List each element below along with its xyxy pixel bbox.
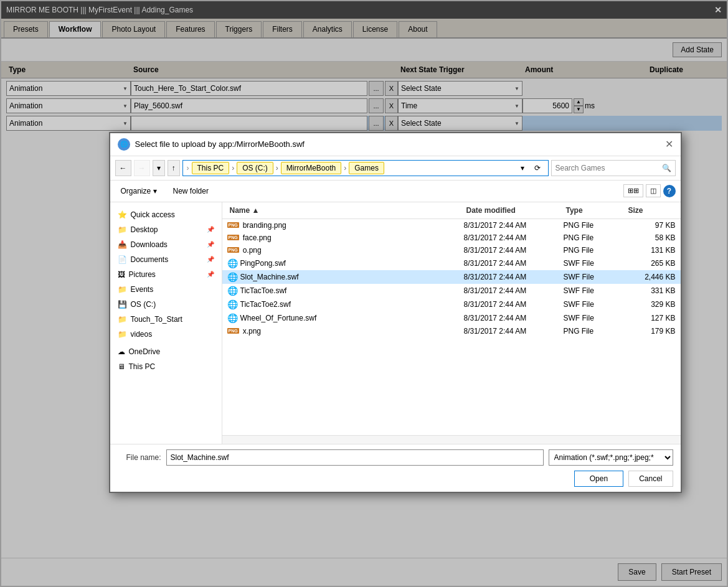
sidebar-item-events[interactable]: 📁 Events: [110, 282, 222, 297]
file-row[interactable]: PNGface.png 8/31/2017 2:44 AM PNG File 5…: [222, 232, 681, 244]
organize-button[interactable]: Organize ▾: [115, 184, 163, 198]
dialog-close-button[interactable]: ✕: [665, 138, 673, 150]
file-name: o.png: [243, 246, 262, 255]
events-folder-icon: 📁: [118, 285, 127, 294]
swf-icon: 🌐: [227, 299, 238, 309]
swf-icon: 🌐: [227, 258, 238, 268]
file-row[interactable]: PNGx.png 8/31/2017 2:44 AM PNG File 179 …: [222, 325, 681, 337]
pictures-folder-icon: 🖼: [118, 270, 125, 279]
file-row[interactable]: 🌐PingPong.swf 8/31/2017 2:44 AM SWF File…: [222, 256, 681, 270]
dialog-bottom: File name: Animation (*.swf;*.png;*.jpeg…: [110, 444, 681, 492]
file-date: 8/31/2017 2:44 AM: [464, 273, 564, 281]
file-date: 8/31/2017 2:44 AM: [464, 246, 564, 255]
breadcrumb-mirrormebooth[interactable]: MirrorMeBooth: [281, 162, 341, 174]
file-name-input[interactable]: [166, 449, 544, 466]
file-date: 8/31/2017 2:44 AM: [464, 327, 564, 336]
col-size[interactable]: Size: [626, 205, 676, 216]
file-table-header: Name ▲ Date modified Type Size: [222, 202, 681, 219]
png-icon: PNG: [227, 247, 239, 253]
file-size: 58 KB: [626, 233, 676, 242]
file-size: 2,446 KB: [626, 273, 676, 281]
breadcrumb-sep: ›: [187, 164, 189, 172]
help-button[interactable]: ?: [663, 185, 676, 197]
file-name-cell: 🌐TicTacToe.swf: [227, 286, 464, 296]
file-date: 8/31/2017 2:44 AM: [464, 233, 564, 242]
download-folder-icon: 📥: [118, 240, 127, 249]
png-icon: PNG: [227, 235, 239, 240]
pin-icon: 📌: [207, 226, 214, 233]
file-name-cell: PNGx.png: [227, 327, 464, 336]
file-type: SWF File: [564, 300, 626, 309]
pin-icon: 📌: [207, 241, 214, 248]
file-row[interactable]: 🌐Wheel_Of_Fortune.swf 8/31/2017 2:44 AM …: [222, 311, 681, 325]
file-dialog-overlay: 🌐 Select file to upload by app:/MirrorMe…: [1, 1, 727, 586]
file-type: PNG File: [564, 233, 626, 242]
col-type[interactable]: Type: [564, 205, 626, 216]
file-name-label: File name:: [118, 453, 161, 462]
file-type: PNG File: [564, 327, 626, 336]
view-toggle-button[interactable]: ◫: [646, 184, 661, 197]
nav-forward-button[interactable]: →: [134, 160, 150, 176]
file-name-cell: PNGbranding.png: [227, 221, 464, 230]
breadcrumb-games[interactable]: Games: [349, 162, 384, 174]
file-row[interactable]: 🌐TicTacToe.swf 8/31/2017 2:44 AM SWF Fil…: [222, 284, 681, 298]
file-name-row: File name: Animation (*.swf;*.png;*.jpeg…: [118, 449, 673, 466]
file-date: 8/31/2017 2:44 AM: [464, 259, 564, 268]
breadcrumb-dropdown-button[interactable]: ▾: [517, 160, 528, 176]
sidebar-item-videos[interactable]: 📁 videos: [110, 327, 222, 342]
sort-icon: ▲: [252, 206, 260, 215]
file-name: Slot_Machine.swf: [240, 273, 299, 281]
cancel-button[interactable]: Cancel: [628, 471, 673, 487]
touch-folder-icon: 📁: [118, 315, 127, 324]
sidebar-item-documents[interactable]: 📄 Documents 📌: [110, 252, 222, 267]
file-row[interactable]: 🌐TicTacToe2.swf 8/31/2017 2:44 AM SWF Fi…: [222, 298, 681, 311]
file-row[interactable]: 🌐Slot_Machine.swf 8/31/2017 2:44 AM SWF …: [222, 270, 681, 284]
open-button[interactable]: Open: [574, 471, 623, 487]
file-name-cell: PNGface.png: [227, 233, 464, 242]
sidebar-item-os-c[interactable]: 💾 OS (C:): [110, 297, 222, 312]
breadcrumb-arrow-3: ›: [344, 164, 346, 172]
dialog-title-bar: 🌐 Select file to upload by app:/MirrorMe…: [110, 133, 681, 156]
sidebar-item-pictures[interactable]: 🖼 Pictures 📌: [110, 267, 222, 282]
file-name: Wheel_Of_Fortune.swf: [240, 314, 317, 322]
file-name-cell: 🌐PingPong.swf: [227, 258, 464, 268]
nav-refresh-button[interactable]: ⟳: [531, 160, 544, 176]
nav-up-button[interactable]: ↑: [168, 160, 180, 176]
sidebar-item-touch-to-start[interactable]: 📁 Touch_To_Start: [110, 312, 222, 327]
dialog-title: Select file to upload by app:/MirrorMeBo…: [135, 139, 665, 149]
file-row[interactable]: PNGbranding.png 8/31/2017 2:44 AM PNG Fi…: [222, 219, 681, 232]
nav-dropdown-button[interactable]: ▾: [153, 160, 165, 176]
png-icon: PNG: [227, 222, 239, 228]
file-date: 8/31/2017 2:44 AM: [464, 286, 564, 295]
nav-back-button[interactable]: ←: [115, 160, 131, 176]
file-type: SWF File: [564, 273, 626, 281]
pin-icon: 📌: [207, 271, 214, 278]
breadcrumb-this-pc[interactable]: This PC: [192, 162, 230, 174]
onedrive-icon: ☁: [118, 347, 125, 356]
horizontal-scrollbar[interactable]: [222, 435, 681, 444]
breadcrumb-os-c[interactable]: OS (C:): [237, 162, 273, 174]
file-size: 331 KB: [626, 286, 676, 295]
file-scroll[interactable]: PNGbranding.png 8/31/2017 2:44 AM PNG Fi…: [222, 219, 681, 435]
file-name-cell: 🌐Wheel_Of_Fortune.swf: [227, 313, 464, 323]
file-name-cell: 🌐Slot_Machine.swf: [227, 272, 464, 282]
view-grid-button[interactable]: ⊞⊞: [623, 184, 643, 197]
col-date[interactable]: Date modified: [464, 205, 564, 216]
sidebar-item-this-pc[interactable]: 🖥 This PC: [110, 359, 222, 374]
sidebar-item-quick-access: ⭐ Quick access: [110, 207, 222, 222]
file-dialog: 🌐 Select file to upload by app:/MirrorMe…: [109, 132, 682, 493]
new-folder-button[interactable]: New folder: [168, 184, 214, 198]
file-type-select[interactable]: Animation (*.swf;*.png;*.jpeg;*: [549, 449, 673, 466]
col-name[interactable]: Name ▲: [227, 205, 464, 216]
png-icon: PNG: [227, 328, 239, 334]
file-row[interactable]: PNGo.png 8/31/2017 2:44 AM PNG File 131 …: [222, 244, 681, 256]
sidebar-item-onedrive[interactable]: ☁ OneDrive: [110, 344, 222, 359]
sidebar-item-downloads[interactable]: 📥 Downloads 📌: [110, 237, 222, 252]
file-name-cell: PNGo.png: [227, 246, 464, 255]
sidebar-item-desktop[interactable]: 📁 Desktop 📌: [110, 222, 222, 237]
dialog-sidebar: ⭐ Quick access 📁 Desktop 📌 📥 Downloads 📌: [110, 202, 222, 444]
file-date: 8/31/2017 2:44 AM: [464, 314, 564, 322]
drive-icon: 💾: [118, 300, 127, 309]
search-input[interactable]: [555, 164, 659, 172]
file-size: 127 KB: [626, 314, 676, 322]
